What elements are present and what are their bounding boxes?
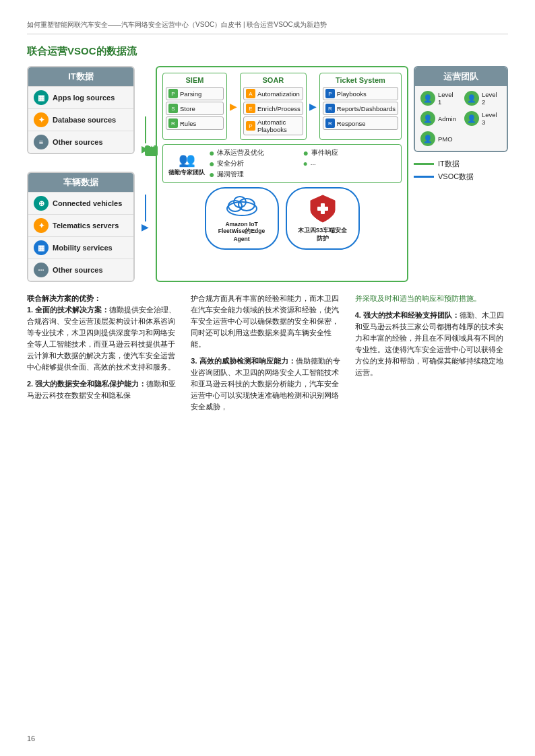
- expert-label-3: 漏洞管理: [217, 170, 244, 179]
- soar-auto: A Automatization: [243, 87, 303, 100]
- siem-soar-arrow: ▶: [230, 73, 237, 140]
- ticket-playbooks-label: Playbooks: [337, 90, 367, 98]
- text-block-p3-cont: 并采取及时和适当的响应和预防措施。: [355, 293, 508, 304]
- ticket-playbooks-icon: P: [325, 89, 335, 98]
- expert-label-4: 事件响应: [311, 149, 338, 158]
- legend-area: IT数据 VSOC数据: [414, 159, 508, 182]
- expert-row: 👥 德勤专家团队 ● 体系运营及优化 ● 事件响应: [162, 144, 402, 183]
- ops-person-icon-1: 👤: [420, 91, 435, 106]
- text-col-1: 联合解决方案的优势： 1. 全面的技术解决方案：德勤提供安全治理、合规咨询、安全…: [27, 293, 180, 418]
- svg-rect-5: [317, 207, 328, 211]
- soar-enrich-label: Enrich/Process: [257, 105, 301, 112]
- expert-item-4: ● 事件响应: [303, 148, 396, 158]
- connected-vehicles-item: ⊕ Connected vehicles: [28, 192, 133, 214]
- expert-item-2: ● 安全分析: [209, 159, 302, 168]
- text-col-2: 护合规方面具有丰富的经验和能力，而木卫四在汽车安全能力领域的技术资源和经验，使汽…: [191, 293, 344, 418]
- expert-dot-1: ●: [209, 148, 214, 158]
- vertical-label-container: 数据接收: [145, 88, 158, 213]
- legend-vsoc-line: [414, 176, 434, 178]
- siem-store-label: Store: [180, 105, 195, 112]
- expert-dot-4: ●: [303, 148, 309, 158]
- right-panel: 运营团队 👤 Level 1 👤 Level 2 👤 Admin: [414, 66, 508, 282]
- expert-icon-label: 👥 德勤专家团队: [168, 151, 205, 176]
- it-data-header: IT数据: [28, 67, 133, 86]
- text-content-area: 联合解决方案的优势： 1. 全面的技术解决方案：德勤提供安全治理、合规咨询、安全…: [27, 293, 508, 418]
- left-panels: IT数据 ▦ Apps log sources ✦ Database sourc…: [27, 66, 135, 282]
- advantages-title: 联合解决方案的优势：: [27, 294, 101, 302]
- apps-log-label: Apps log sources: [53, 94, 115, 102]
- telematics-item: ✦ Telematics servers: [28, 214, 133, 236]
- soar-block: SOAR A Automatization E Enrich/Process P…: [240, 73, 307, 140]
- shield-icon: [309, 194, 336, 225]
- siem-rules: R Rules: [166, 116, 224, 130]
- header-text: 如何重塑智能网联汽车安全——汽车网络安全运营中心（VSOC）白皮书 | 联合运营…: [27, 21, 327, 28]
- siem-store: S Store: [166, 102, 224, 115]
- legend-it-line: [414, 163, 434, 165]
- siem-parsing: P Parsing: [166, 87, 224, 100]
- expert-person-icon: 👥: [179, 151, 195, 168]
- expert-label-5: ···: [311, 160, 316, 168]
- highlight-prevention: 并采取及时和适当的响应和预防措施。: [355, 294, 481, 302]
- text-block-p2-cont: 护合规方面具有丰富的经验和能力，而木卫四在汽车安全能力领域的技术资源和经验，使汽…: [191, 293, 344, 350]
- ops-level3: 👤 Level 3: [462, 109, 504, 128]
- point2-title: 2. 强大的数据安全和隐私保护能力：: [27, 380, 146, 388]
- center-diagram: 数据接收 SIEM P Parsing S Store R: [156, 66, 408, 282]
- ops-pmo: 👤 PMO: [418, 129, 460, 148]
- expert-items: ● 体系运营及优化 ● 事件响应 ● 安全分析 ●: [209, 148, 396, 179]
- other-sources-v-label: Other sources: [53, 266, 103, 274]
- expert-dot-3: ●: [209, 170, 214, 179]
- vehicle-data-header: 车辆数据: [28, 173, 133, 192]
- point4-title: 4. 强大的技术和经验支持团队：: [355, 311, 460, 319]
- point3-title: 3. 高效的威胁检测和响应能力：: [191, 357, 295, 365]
- amazon-box: Amazon IoT FleetWise的Edge Agent: [205, 187, 279, 250]
- text-block-intro: 联合解决方案的优势： 1. 全面的技术解决方案：德勤提供安全治理、合规咨询、安全…: [27, 293, 180, 373]
- other-sources-it-label: Other sources: [53, 138, 103, 146]
- ops-level1: 👤 Level 1: [418, 89, 460, 108]
- apps-log-item: ▦ Apps log sources: [28, 86, 133, 108]
- expert-grid: ● 体系运营及优化 ● 事件响应 ● 安全分析 ●: [209, 148, 396, 179]
- point1-title: 1. 全面的技术解决方案：: [27, 306, 109, 314]
- ops-level2-label: Level 2: [482, 91, 501, 106]
- telematics-label: Telematics servers: [53, 221, 119, 230]
- ops-pmo-label: PMO: [438, 135, 453, 143]
- text-col-3: 并采取及时和适当的响应和预防措施。 4. 强大的技术和经验支持团队：德勤、木卫四…: [355, 293, 508, 418]
- page: 如何重塑智能网联汽车安全——汽车网络安全运营中心（VSOC）白皮书 | 联合运营…: [0, 0, 535, 756]
- siem-store-icon: S: [168, 104, 178, 113]
- diagram-area: IT数据 ▦ Apps log sources ✦ Database sourc…: [27, 66, 508, 282]
- ops-admin-label: Admin: [438, 115, 456, 123]
- siem-parsing-icon: P: [168, 89, 178, 98]
- soar-playbooks-icon: P: [246, 121, 255, 131]
- ticket-title: Ticket System: [323, 76, 398, 84]
- soar-ticket-arrow: ▶: [309, 73, 317, 140]
- ticket-reports-icon: R: [325, 104, 335, 113]
- soar-playbooks-label: Automatic Playbooks: [257, 118, 301, 133]
- expert-dot-5: ●: [303, 159, 308, 168]
- soar-auto-icon: A: [246, 89, 255, 98]
- connected-vehicles-icon: ⊕: [34, 196, 49, 211]
- mobility-item: ▦ Mobility services: [28, 236, 133, 259]
- ops-team-panel: 运营团队 👤 Level 1 👤 Level 2 👤 Admin: [414, 66, 508, 152]
- expert-team-label: 德勤专家团队: [168, 169, 205, 176]
- ops-person-icon-4: 👤: [464, 111, 479, 126]
- ticket-playbooks: P Playbooks: [323, 87, 398, 100]
- database-icon: ✦: [34, 112, 49, 127]
- expert-item-3: ● 漏洞管理: [209, 170, 302, 179]
- it-data-panel: IT数据 ▦ Apps log sources ✦ Database sourc…: [27, 66, 135, 154]
- ticket-reports: R Reports/Dashboards: [323, 102, 398, 115]
- amazon-label: Amazon IoT FleetWise的Edge Agent: [216, 221, 268, 242]
- text-block-p4: 4. 强大的技术和经验支持团队：德勤、木卫四和亚马逊云科技三家公司都拥有雄厚的技…: [355, 310, 508, 378]
- soar-auto-label: Automatization: [257, 90, 300, 98]
- database-label: Database sources: [53, 116, 116, 124]
- ops-level1-label: Level 1: [438, 91, 458, 106]
- mobility-icon: ▦: [34, 240, 49, 255]
- siem-rules-label: Rules: [180, 120, 196, 127]
- ticket-response: R Response: [323, 116, 398, 130]
- soar-enrich: E Enrich/Process: [243, 102, 303, 115]
- cloud-row: Amazon IoT FleetWise的Edge Agent 木卫四S3车端安…: [162, 187, 402, 250]
- legend-it: IT数据: [414, 159, 508, 169]
- other-sources-v-icon: ···: [34, 263, 49, 277]
- ops-grid: 👤 Level 1 👤 Level 2 👤 Admin 👤 Level 3: [415, 86, 507, 151]
- ticket-response-icon: R: [325, 118, 335, 128]
- header-bar: 如何重塑智能网联汽车安全——汽车网络安全运营中心（VSOC）白皮书 | 联合运营…: [27, 20, 508, 34]
- amazon-cloud-icon: [225, 194, 259, 219]
